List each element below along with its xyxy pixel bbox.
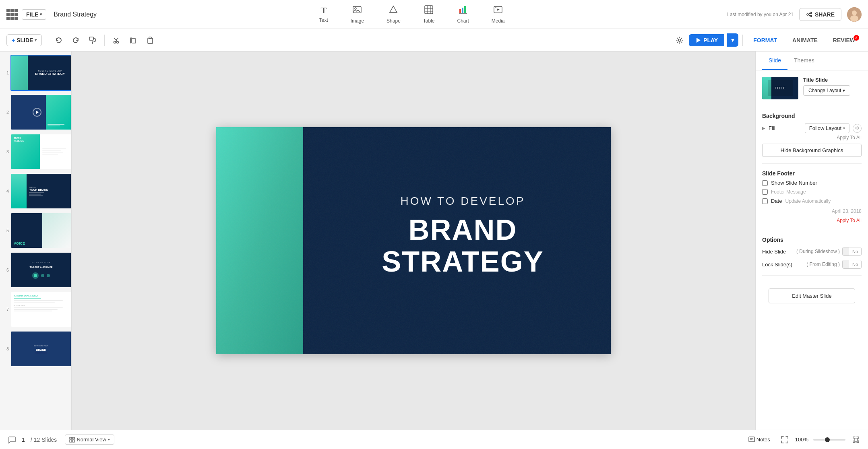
share-label: SHARE <box>815 11 835 18</box>
tool-shape[interactable]: Shape <box>382 3 405 26</box>
fill-value: Follow Layout <box>809 125 841 131</box>
hide-slide-toggle-off[interactable] <box>843 247 849 255</box>
svg-line-17 <box>808 13 810 14</box>
slide-thumb-8[interactable]: 8 Be True to Your BRAND <box>2 331 69 367</box>
slide-content: HOW TO DEVELOP BRAND STRATEGY <box>315 195 611 278</box>
user-avatar[interactable] <box>847 7 862 22</box>
date-checkbox[interactable] <box>762 198 768 204</box>
review-tab[interactable]: REVIEW 2 <box>827 34 862 46</box>
hide-background-button[interactable]: Hide Background Graphics <box>762 144 862 157</box>
fill-settings-icon[interactable]: ⚙ <box>853 124 862 133</box>
svg-rect-2 <box>425 6 433 14</box>
view-label: Normal View <box>76 437 106 443</box>
zoom-slider[interactable] <box>813 439 845 441</box>
slide-thumb-3[interactable]: 3 BRANDMESSAGE <box>2 134 69 170</box>
date-sublabel: Update Automatically <box>785 198 862 204</box>
layout-title: Title Slide <box>803 77 862 83</box>
lock-slides-toggle[interactable]: No <box>842 260 862 269</box>
date-label: Date <box>771 198 782 204</box>
paint-format-button[interactable] <box>86 33 99 47</box>
slide-subtitle: HOW TO DEVELOP <box>331 195 595 208</box>
fit-to-screen-button[interactable] <box>779 434 790 445</box>
tool-table[interactable]: Table <box>418 3 440 26</box>
slide-thumb-4[interactable]: 4 Imagine YOUR BRAND <box>2 173 69 209</box>
tab-slide[interactable]: Slide <box>762 51 787 70</box>
table-tool-icon <box>424 5 433 16</box>
top-bar-right: Last modified by you on Apr 21 SHARE <box>727 7 862 22</box>
edit-master-button[interactable]: Edit Master Slide <box>769 288 855 303</box>
fill-select[interactable]: Follow Layout ▾ <box>805 123 849 133</box>
right-panel: Slide Themes TITLE Title Slide <box>755 51 868 430</box>
slide-thumb-2[interactable]: 2 <box>2 94 69 130</box>
footer-apply-all[interactable]: Apply To All <box>762 218 862 223</box>
right-panel-tabs: Slide Themes <box>756 51 868 70</box>
chart-tool-label: Chart <box>457 18 469 24</box>
tool-text[interactable]: T Text <box>314 3 333 26</box>
notes-button[interactable]: Notes <box>744 435 774 445</box>
svg-rect-22 <box>89 37 93 40</box>
lock-slides-toggle-off[interactable] <box>843 260 849 268</box>
bg-apply-all[interactable]: Apply To All <box>762 135 862 140</box>
hide-slide-label: Hide Slide <box>762 249 794 255</box>
slide-button[interactable]: + SLIDE ▾ <box>6 34 42 46</box>
lock-slides-row: Lock Slide(s) ( From Editing ) No <box>762 260 862 269</box>
format-tab[interactable]: FORMAT <box>747 34 783 46</box>
slide-canvas[interactable]: HOW TO DEVELOP BRAND STRATEGY <box>216 127 611 354</box>
image-tool-icon <box>353 5 362 16</box>
tool-chart[interactable]: Chart <box>453 3 474 26</box>
plus-icon: + <box>12 37 15 43</box>
copy-button[interactable] <box>126 33 140 47</box>
date-row: Date Update Automatically <box>762 198 862 204</box>
hide-slide-toggle[interactable]: No <box>842 247 862 256</box>
settings-button[interactable] <box>673 33 686 47</box>
hide-slide-toggle-no[interactable]: No <box>849 247 861 255</box>
animate-tab[interactable]: ANIMATE <box>786 34 824 46</box>
current-slide-input[interactable]: 1 <box>18 437 29 443</box>
tool-image[interactable]: Image <box>346 3 369 26</box>
show-slide-num-checkbox[interactable] <box>762 180 768 186</box>
view-mode-button[interactable]: Normal View ▾ <box>65 435 114 445</box>
toolbar2-divider-1 <box>47 35 47 46</box>
lock-slides-toggle-no[interactable]: No <box>849 260 861 268</box>
slide-total: / 12 Slides <box>31 437 57 443</box>
svg-rect-28 <box>132 39 136 43</box>
app-grid-icon[interactable] <box>6 9 18 20</box>
footer-msg-checkbox[interactable] <box>762 189 768 195</box>
undo-button[interactable] <box>52 33 66 47</box>
redo-button[interactable] <box>69 33 83 47</box>
fullscreen-button[interactable] <box>850 434 862 445</box>
file-caret-icon: ▾ <box>40 12 42 16</box>
footer-msg-label: Footer Message <box>771 189 862 195</box>
tab-themes-label: Themes <box>794 57 814 64</box>
slide-thumb-6[interactable]: 6 Focus on your TARGET AUDIENCE <box>2 252 69 288</box>
main-content: 1 HOW TO DEVELOP BRAND STRATEGY 2 <box>0 51 868 430</box>
slide-panel[interactable]: 1 HOW TO DEVELOP BRAND STRATEGY 2 <box>0 51 72 430</box>
text-tool-icon: T <box>320 5 327 16</box>
comment-button[interactable] <box>6 434 18 445</box>
paste-button[interactable] <box>143 33 157 47</box>
play-caret-button[interactable]: ▾ <box>727 33 738 47</box>
hide-slide-sublabel: ( During Slideshow ) <box>796 249 840 254</box>
play-button[interactable]: PLAY <box>689 34 724 46</box>
svg-rect-7 <box>459 9 461 13</box>
file-menu-button[interactable]: FILE ▾ <box>22 9 46 20</box>
svg-point-27 <box>117 41 119 43</box>
zoom-level: 100% <box>795 437 808 443</box>
animate-label: ANIMATE <box>792 37 818 43</box>
change-layout-button[interactable]: Change Layout ▾ <box>803 85 850 96</box>
slide-thumb-7[interactable]: 7 Maintain Consistency Add Emotion <box>2 291 69 327</box>
tab-themes[interactable]: Themes <box>787 51 821 70</box>
fill-row: ▶ Fill Follow Layout ▾ ⚙ <box>762 123 862 133</box>
tool-media[interactable]: Media <box>487 3 510 26</box>
toolbar2-divider-2 <box>104 35 105 46</box>
right-panel-body: TITLE Title Slide Change Layout ▾ Backgr… <box>756 70 868 316</box>
doc-title[interactable]: Brand Strategy <box>54 11 97 18</box>
share-button[interactable]: SHARE <box>799 8 841 21</box>
slide-thumb-1[interactable]: 1 HOW TO DEVELOP BRAND STRATEGY <box>2 55 69 91</box>
svg-rect-36 <box>72 440 74 442</box>
cut-button[interactable] <box>110 33 123 47</box>
chart-tool-icon <box>459 5 467 16</box>
slide-thumb-5[interactable]: 5 VOICE <box>2 212 69 249</box>
background-title: Background <box>762 113 862 119</box>
fill-caret-icon: ▾ <box>843 126 845 130</box>
